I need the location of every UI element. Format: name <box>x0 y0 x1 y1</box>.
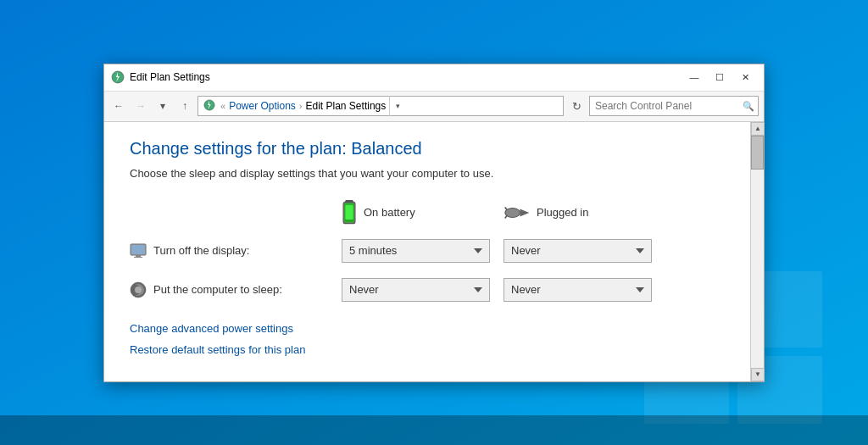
page-subtitle: Choose the sleep and display settings th… <box>130 167 738 180</box>
sleep-label-text: Put the computer to sleep: <box>153 283 282 296</box>
title-bar: Edit Plan Settings — ☐ ✕ <box>104 64 764 92</box>
display-label-text: Turn off the display: <box>153 244 249 257</box>
address-bar: ← → ▾ ↑ « Power Options › Edit Plan Sett… <box>104 92 764 122</box>
page-title: Change settings for the plan: Balanced <box>130 139 738 159</box>
main-window: Edit Plan Settings — ☐ ✕ ← → ▾ ↑ « Power… <box>103 64 765 382</box>
search-button[interactable]: 🔍 <box>739 97 758 115</box>
address-path: « Power Options › Edit Plan Settings ▾ <box>198 96 564 116</box>
sleep-setting-label: Put the computer to sleep: <box>130 281 342 298</box>
battery-column-header: On battery <box>342 200 503 225</box>
back-button[interactable]: ← <box>109 97 128 115</box>
path-arrow: › <box>299 101 303 111</box>
battery-header-label: On battery <box>364 206 415 219</box>
scroll-thumb[interactable] <box>751 136 764 170</box>
settings-header: On battery Plugged in <box>342 200 738 225</box>
pluggedin-column-header: Plugged in <box>503 203 664 222</box>
sleep-battery-select[interactable]: Never 1 minute 2 minutes 3 minutes 5 min… <box>342 278 490 302</box>
scroll-up-button[interactable]: ▲ <box>751 122 765 136</box>
window-title: Edit Plan Settings <box>130 71 682 83</box>
svg-rect-11 <box>345 204 353 219</box>
svg-rect-17 <box>131 245 145 254</box>
scroll-down-button[interactable]: ▼ <box>751 368 765 381</box>
svg-line-15 <box>505 215 507 218</box>
display-dropdowns: 5 minutes 1 minute 2 minutes 3 minutes 1… <box>342 239 652 263</box>
sleep-icon <box>130 281 147 298</box>
content-area: Change settings for the plan: Balanced C… <box>104 122 764 381</box>
restore-defaults-link[interactable]: Restore default settings for this plan <box>130 343 738 356</box>
path-separator1: « <box>220 101 225 111</box>
window-icon <box>111 70 125 84</box>
content-panel: Change settings for the plan: Balanced C… <box>104 122 764 381</box>
search-box: 🔍 <box>589 96 759 116</box>
pluggedin-header-label: Plugged in <box>537 206 588 219</box>
display-battery-select[interactable]: 5 minutes 1 minute 2 minutes 3 minutes 1… <box>342 239 490 263</box>
svg-rect-19 <box>134 257 142 258</box>
sleep-pluggedin-select[interactable]: Never 1 minute 2 minutes 3 minutes 5 min… <box>504 278 652 302</box>
maximize-button[interactable]: ☐ <box>708 69 732 86</box>
up-button[interactable]: ↑ <box>175 97 194 115</box>
scrollbar[interactable]: ▲ ▼ <box>750 122 764 381</box>
nav-dropdown-button[interactable]: ▾ <box>153 97 172 115</box>
path-dropdown-button[interactable]: ▾ <box>389 96 406 116</box>
svg-rect-18 <box>136 255 141 257</box>
display-setting-row: Turn off the display: 5 minutes 1 minute… <box>130 239 738 263</box>
scroll-track[interactable] <box>751 136 764 368</box>
search-input[interactable] <box>590 100 739 112</box>
battery-icon <box>342 200 357 225</box>
svg-line-14 <box>505 207 507 209</box>
minimize-button[interactable]: — <box>682 69 706 86</box>
svg-point-23 <box>135 286 142 293</box>
sleep-setting-row: Put the computer to sleep: Never 1 minut… <box>130 278 738 302</box>
refresh-button[interactable]: ↻ <box>567 97 586 115</box>
display-setting-label: Turn off the display: <box>130 243 342 259</box>
svg-rect-5 <box>0 415 868 445</box>
svg-marker-13 <box>520 209 529 216</box>
advanced-settings-link[interactable]: Change advanced power settings <box>130 322 738 335</box>
breadcrumb-part1[interactable]: Power Options <box>229 100 296 112</box>
close-button[interactable]: ✕ <box>733 69 757 86</box>
forward-button[interactable]: → <box>131 97 150 115</box>
links-section: Change advanced power settings Restore d… <box>130 322 738 356</box>
breadcrumb-part2[interactable]: Edit Plan Settings <box>306 100 387 112</box>
monitor-icon <box>130 243 147 259</box>
sleep-dropdowns: Never 1 minute 2 minutes 3 minutes 5 min… <box>342 278 652 302</box>
display-pluggedin-select[interactable]: Never 1 minute 2 minutes 3 minutes 5 min… <box>504 239 652 263</box>
pluggedin-icon <box>503 203 530 222</box>
window-controls: — ☐ ✕ <box>682 69 757 86</box>
path-icon <box>203 99 217 113</box>
